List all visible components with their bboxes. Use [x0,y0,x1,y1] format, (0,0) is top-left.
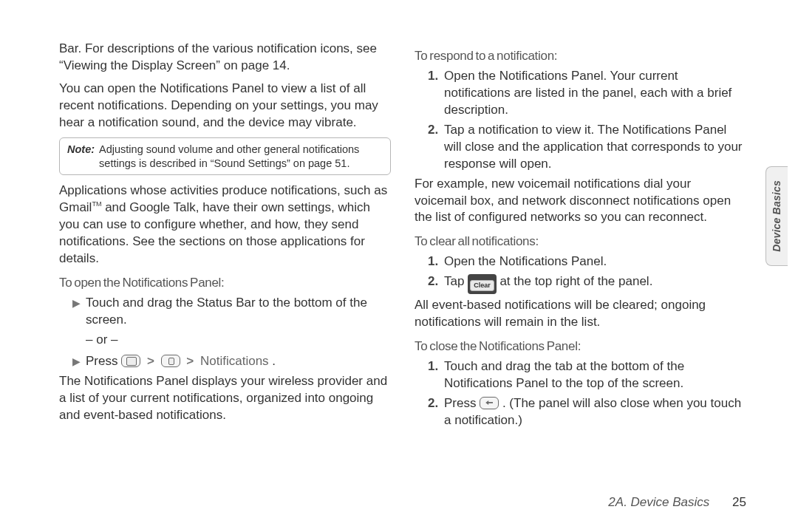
list-text: Tap Clear at the top right of the panel. [444,273,746,294]
list-text: Open the Notifications Panel. [444,253,746,270]
body-fragment: and Google Talk, have their own settings… [59,200,370,265]
list-number: 2. [428,395,444,429]
back-key-icon [480,397,499,409]
bullet-text: Press > > Notifications . [86,353,391,370]
list-number: 1. [428,358,444,392]
footer-section: 2A. Device Basics [608,495,709,509]
list-item: 1. Open the Notifications Panel. [428,253,746,270]
list-item: 1. Open the Notifications Panel. Your cu… [428,68,746,119]
page-footer: 2A. Device Basics 25 [608,494,746,511]
list-text: Press . (The panel will also close when … [444,395,746,429]
list-number: 2. [428,273,444,294]
list-text: Touch and drag the tab at the bottom of … [444,358,746,392]
left-column: Bar. For descriptions of the various not… [59,41,391,432]
list-text: Open the Notifications Panel. Your curre… [444,68,746,119]
sub-heading: To close the Notifications Panel: [415,338,746,355]
gt-icon: > [183,354,197,368]
bullet-item: ▶ Touch and drag the Status Bar to the b… [72,295,391,329]
section-tab: Device Basics [765,166,788,266]
footer-page-number: 25 [732,495,746,509]
body-fragment: Notifications [200,354,269,368]
page-columns: Bar. For descriptions of the various not… [59,41,746,432]
body-fragment: at the top right of the panel. [499,274,652,288]
list-number: 1. [428,68,444,119]
list-item: 2. Tap Clear at the top right of the pan… [428,273,746,294]
clear-button-icon: Clear [468,274,497,294]
list-text: Tap a notification to view it. The Notif… [444,122,746,173]
body-text: Applications whose activities produce no… [59,183,391,267]
body-text: The Notifications Panel displays your wi… [59,373,391,424]
menu-key-icon [161,355,180,367]
bullet-marker-icon: ▶ [72,353,86,370]
section-tab-label: Device Basics [770,180,784,252]
body-text: For example, new voicemail notifications… [415,176,746,227]
list-item: 2. Press . (The panel will also close wh… [428,395,746,429]
right-column: To respond to a notification: 1. Open th… [415,41,746,432]
sub-heading: To open the Notifications Panel: [59,275,391,292]
home-key-icon [121,355,140,367]
body-text: Bar. For descriptions of the various not… [59,41,391,75]
or-separator: – or – [86,332,391,349]
list-item: 1. Touch and drag the tab at the bottom … [428,358,746,392]
bullet-item: ▶ Press > > Notifications . [72,353,391,370]
sub-heading: To clear all notifications: [415,233,746,250]
sub-heading: To respond to a notification: [415,48,746,65]
bullet-text: Touch and drag the Status Bar to the bot… [86,295,391,329]
body-fragment: Press [86,354,121,368]
body-fragment: Tap [444,274,468,288]
gt-icon: > [144,354,157,368]
list-item: 2. Tap a notification to view it. The No… [428,122,746,173]
note-label: Note: [67,143,95,171]
note-box: Note: Adjusting sound volume and other g… [59,137,391,176]
clear-label: Clear [470,280,494,291]
list-number: 2. [428,122,444,173]
note-text: Adjusting sound volume and other general… [99,143,383,171]
body-text: You can open the Notifications Panel to … [59,81,391,132]
body-fragment: . [272,354,276,368]
trademark-icon: TM [92,201,101,208]
bullet-marker-icon: ▶ [72,295,86,329]
list-number: 1. [428,253,444,270]
body-fragment: Press [444,396,480,410]
body-text: All event-based notifications will be cl… [415,297,746,331]
